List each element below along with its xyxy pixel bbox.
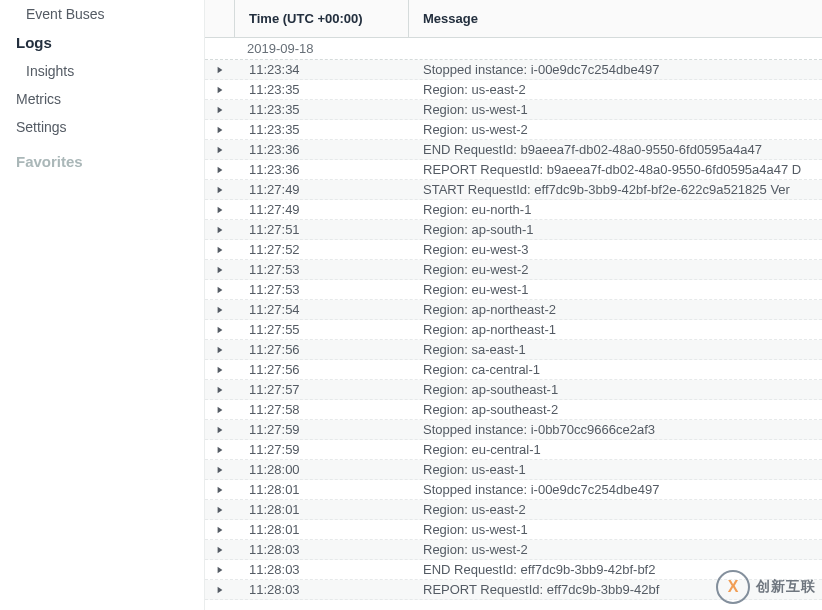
log-row[interactable]: 11:27:49Region: eu-north-1: [205, 200, 822, 220]
log-message: Region: us-east-2: [409, 502, 822, 517]
log-time: 11:27:59: [235, 442, 409, 457]
expand-icon[interactable]: [205, 386, 235, 394]
log-message: Region: us-east-2: [409, 82, 822, 97]
log-row[interactable]: 11:23:36REPORT RequestId: b9aeea7f-db02-…: [205, 160, 822, 180]
expand-icon[interactable]: [205, 226, 235, 234]
log-time: 11:23:35: [235, 122, 409, 137]
sidebar-item-favorites[interactable]: Favorites: [8, 141, 204, 176]
expand-icon[interactable]: [205, 586, 235, 594]
sidebar-item-event-buses[interactable]: Event Buses: [8, 0, 204, 28]
expand-icon[interactable]: [205, 166, 235, 174]
expand-icon[interactable]: [205, 286, 235, 294]
log-row[interactable]: 11:23:35Region: us-east-2: [205, 80, 822, 100]
log-table-body: 11:23:34Stopped instance: i-00e9dc7c254d…: [205, 60, 822, 610]
log-time: 11:27:54: [235, 302, 409, 317]
expand-icon[interactable]: [205, 186, 235, 194]
sidebar-item-logs[interactable]: Logs: [8, 28, 204, 57]
sidebar-item-insights[interactable]: Insights: [8, 57, 204, 85]
expand-icon[interactable]: [205, 66, 235, 74]
log-message: Region: sa-east-1: [409, 342, 822, 357]
expand-icon[interactable]: [205, 446, 235, 454]
expand-icon[interactable]: [205, 106, 235, 114]
log-time: 11:27:53: [235, 262, 409, 277]
expand-icon[interactable]: [205, 466, 235, 474]
expand-icon[interactable]: [205, 146, 235, 154]
log-message: Region: eu-west-3: [409, 242, 822, 257]
log-message: Region: us-west-1: [409, 522, 822, 537]
expand-icon[interactable]: [205, 406, 235, 414]
sidebar-item-metrics[interactable]: Metrics: [8, 85, 204, 113]
expand-icon[interactable]: [205, 486, 235, 494]
log-time: 11:28:03: [235, 582, 409, 597]
expand-icon[interactable]: [205, 266, 235, 274]
expand-icon[interactable]: [205, 526, 235, 534]
expand-icon[interactable]: [205, 326, 235, 334]
log-row[interactable]: 11:27:59Region: eu-central-1: [205, 440, 822, 460]
log-row[interactable]: 11:27:59Stopped instance: i-0bb70cc9666c…: [205, 420, 822, 440]
expand-icon[interactable]: [205, 346, 235, 354]
log-row[interactable]: 11:28:01Region: us-east-2: [205, 500, 822, 520]
log-time: 11:27:53: [235, 282, 409, 297]
log-time: 11:27:52: [235, 242, 409, 257]
column-message-header[interactable]: Message: [409, 0, 822, 37]
log-row[interactable]: 11:28:03Region: us-west-2: [205, 540, 822, 560]
log-row[interactable]: 11:27:58Region: ap-southeast-2: [205, 400, 822, 420]
log-time: 11:23:35: [235, 102, 409, 117]
log-message: Stopped instance: i-0bb70cc9666ce2af3: [409, 422, 822, 437]
log-row[interactable]: 11:28:01Stopped instance: i-00e9dc7c254d…: [205, 480, 822, 500]
log-time: 11:27:51: [235, 222, 409, 237]
log-message: Region: eu-north-1: [409, 202, 822, 217]
log-row[interactable]: 11:23:34Stopped instance: i-00e9dc7c254d…: [205, 60, 822, 80]
sidebar-item-settings[interactable]: Settings: [8, 113, 204, 141]
column-time-header[interactable]: Time (UTC +00:00): [235, 0, 409, 37]
log-row[interactable]: 11:27:56Region: ca-central-1: [205, 360, 822, 380]
log-time: 11:28:00: [235, 462, 409, 477]
log-message: Region: ca-central-1: [409, 362, 822, 377]
log-time: 11:27:57: [235, 382, 409, 397]
log-message: END RequestId: b9aeea7f-db02-48a0-9550-6…: [409, 142, 822, 157]
expand-icon[interactable]: [205, 546, 235, 554]
expand-icon[interactable]: [205, 566, 235, 574]
log-row[interactable]: 11:23:35Region: us-west-1: [205, 100, 822, 120]
expand-icon[interactable]: [205, 366, 235, 374]
log-row[interactable]: 11:28:00Region: us-east-1: [205, 460, 822, 480]
expand-icon[interactable]: [205, 426, 235, 434]
log-row[interactable]: 11:27:57Region: ap-southeast-1: [205, 380, 822, 400]
log-time: 11:28:03: [235, 562, 409, 577]
log-time: 11:27:55: [235, 322, 409, 337]
log-time: 11:28:01: [235, 502, 409, 517]
log-time: 11:23:35: [235, 82, 409, 97]
log-message: Region: eu-central-1: [409, 442, 822, 457]
log-row[interactable]: 11:27:53Region: eu-west-1: [205, 280, 822, 300]
log-message: Region: eu-west-2: [409, 262, 822, 277]
log-row[interactable]: 11:27:54Region: ap-northeast-2: [205, 300, 822, 320]
log-message: Region: us-west-2: [409, 542, 822, 557]
log-row[interactable]: 11:27:52Region: eu-west-3: [205, 240, 822, 260]
expand-icon[interactable]: [205, 506, 235, 514]
log-time: 11:28:03: [235, 542, 409, 557]
log-row[interactable]: 11:23:35Region: us-west-2: [205, 120, 822, 140]
log-row[interactable]: 11:27:51Region: ap-south-1: [205, 220, 822, 240]
expand-icon[interactable]: [205, 246, 235, 254]
log-message: Region: ap-northeast-1: [409, 322, 822, 337]
log-time: 11:27:56: [235, 342, 409, 357]
expand-icon[interactable]: [205, 126, 235, 134]
expand-icon[interactable]: [205, 306, 235, 314]
log-time: 11:27:49: [235, 202, 409, 217]
log-time: 11:27:59: [235, 422, 409, 437]
log-row[interactable]: 11:27:49START RequestId: eff7dc9b-3bb9-4…: [205, 180, 822, 200]
log-row[interactable]: 11:27:55Region: ap-northeast-1: [205, 320, 822, 340]
log-time: 11:28:01: [235, 522, 409, 537]
expand-icon[interactable]: [205, 206, 235, 214]
column-expand: [205, 0, 235, 37]
log-row[interactable]: 11:28:01Region: us-west-1: [205, 520, 822, 540]
log-table-header: Time (UTC +00:00) Message: [205, 0, 822, 38]
log-message: Stopped instance: i-00e9dc7c254dbe497: [409, 62, 822, 77]
log-row[interactable]: 11:27:56Region: sa-east-1: [205, 340, 822, 360]
log-message: Region: ap-south-1: [409, 222, 822, 237]
log-message: Stopped instance: i-00e9dc7c254dbe497: [409, 482, 822, 497]
log-message: Region: eu-west-1: [409, 282, 822, 297]
expand-icon[interactable]: [205, 86, 235, 94]
log-row[interactable]: 11:27:53Region: eu-west-2: [205, 260, 822, 280]
log-row[interactable]: 11:23:36END RequestId: b9aeea7f-db02-48a…: [205, 140, 822, 160]
